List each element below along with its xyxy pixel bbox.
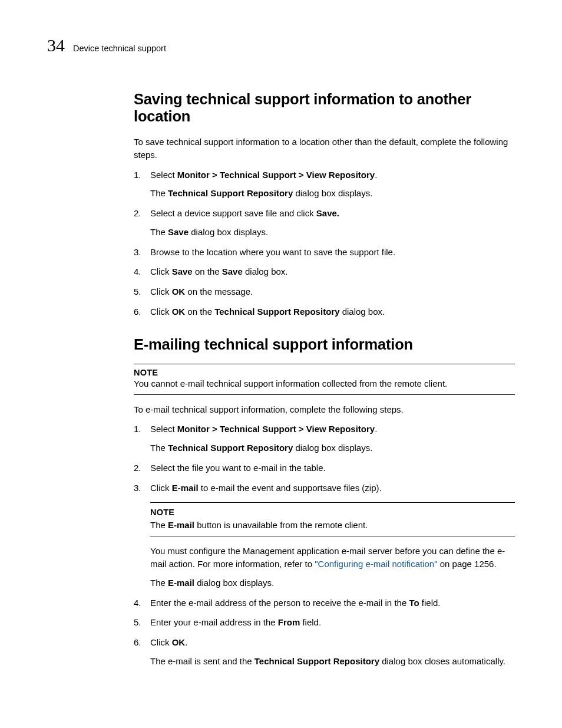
step-text: Select <box>150 424 177 434</box>
list-item: 3. Click E-mail to e-mail the event and … <box>134 482 515 589</box>
list-item: 3. Browse to the location where you want… <box>134 246 515 259</box>
dialog-name: Technical Support Repository <box>168 188 293 198</box>
step-number: 1. <box>134 423 141 436</box>
note-text: The E-mail button is unavailable from th… <box>150 519 515 531</box>
step-number: 6. <box>134 305 141 318</box>
step-text: Click <box>150 637 172 647</box>
step-number: 1. <box>134 169 141 182</box>
list-item: 2. Select the file you want to e-mail in… <box>134 462 515 475</box>
step-text: Click <box>150 483 172 493</box>
step-text: . <box>185 637 187 647</box>
button-name: Save <box>172 266 193 276</box>
intro-paragraph: To e-mail technical support information,… <box>134 403 515 416</box>
sub-text: The <box>150 443 168 453</box>
step-text: Click <box>150 266 172 276</box>
chapter-number: 34 <box>47 35 65 55</box>
sub-text-post: dialog box displays. <box>293 443 372 453</box>
button-name: OK <box>172 307 186 317</box>
section-title-saving: Saving technical support information to … <box>134 91 515 125</box>
step-text: Browse to the location where you want to… <box>150 247 395 257</box>
dialog-name: Save <box>168 227 189 237</box>
step-text: field. <box>419 598 441 608</box>
intro-paragraph: To save technical support information to… <box>134 136 515 162</box>
step-text: on the <box>185 307 214 317</box>
step-text: Select a device support save file and cl… <box>150 208 316 218</box>
list-item: 2. Select a device support save file and… <box>134 207 515 239</box>
list-item: 1. Select Monitor > Technical Support > … <box>134 423 515 454</box>
config-paragraph: You must configure the Management applic… <box>150 545 515 571</box>
step-text: dialog box. <box>243 266 288 276</box>
steps-list-saving: 1. Select Monitor > Technical Support > … <box>134 169 515 318</box>
step-number: 4. <box>134 597 141 610</box>
button-name: E-mail <box>168 520 194 530</box>
sub-text-post: dialog box displays. <box>189 227 268 237</box>
link-config-email[interactable]: "Configuring e-mail notification" <box>315 559 437 569</box>
dialog-name: E-mail <box>168 578 194 588</box>
field-name: From <box>278 617 300 627</box>
step-text: Select the file you want to e-mail in th… <box>150 463 326 473</box>
note-label: NOTE <box>150 506 515 519</box>
running-head: Device technical support <box>73 44 166 53</box>
section-title-emailing: E-mailing technical support information <box>134 336 515 353</box>
menu-path: Monitor > Technical Support > View Repos… <box>177 424 375 434</box>
list-item: 5. Click OK on the message. <box>134 285 515 298</box>
step-text: Click <box>150 286 172 297</box>
button-name: OK <box>172 637 186 647</box>
step-number: 3. <box>134 246 141 259</box>
list-item: 1. Select Monitor > Technical Support > … <box>134 169 515 200</box>
step-number: 6. <box>134 636 141 649</box>
page-header: 34 Device technical support <box>47 35 515 55</box>
dialog-name: Save <box>222 266 243 276</box>
step-number: 5. <box>134 616 141 629</box>
note-text: You cannot e-mail technical support info… <box>134 377 515 390</box>
list-item: 5. Enter your e-mail address in the From… <box>134 616 515 629</box>
sub-text-post: dialog box displays. <box>293 188 372 198</box>
field-name: To <box>409 598 419 608</box>
page-content: Saving technical support information to … <box>134 91 515 668</box>
list-item: 4. Click Save on the Save dialog box. <box>134 265 515 278</box>
step-text: to e-mail the event and supportsave file… <box>199 483 382 493</box>
steps-list-emailing: 1. Select Monitor > Technical Support > … <box>134 423 515 667</box>
step-text: on the message. <box>185 286 253 297</box>
step-text: on the <box>193 266 222 276</box>
note-label: NOTE <box>134 368 515 377</box>
step-text: Enter the e-mail address of the person t… <box>150 598 409 608</box>
list-item: 4. Enter the e-mail address of the perso… <box>134 597 515 610</box>
step-text: Select <box>150 170 177 180</box>
sub-text: The <box>150 227 168 237</box>
sub-text: The <box>150 188 168 198</box>
note-block: NOTE The E-mail button is unavailable fr… <box>150 502 515 536</box>
step-text-post: . <box>375 170 377 180</box>
step-text: field. <box>300 617 321 627</box>
dialog-name: Technical Support Repository <box>168 443 293 453</box>
note-block: NOTE You cannot e-mail technical support… <box>134 364 515 395</box>
menu-path: Monitor > Technical Support > View Repos… <box>177 170 375 180</box>
list-item: 6. Click OK on the Technical Support Rep… <box>134 305 515 318</box>
sub-text: dialog box displays. <box>194 578 274 588</box>
step-number: 2. <box>134 207 141 220</box>
step-text-post: . <box>375 424 377 434</box>
dialog-name: Technical Support Repository <box>214 307 339 317</box>
button-name: E-mail <box>172 483 199 493</box>
list-item: 6. Click OK. The e-mail is sent and the … <box>134 636 515 668</box>
button-name: Save. <box>316 208 339 218</box>
sub-text: The <box>150 578 168 588</box>
button-name: OK <box>172 286 186 297</box>
step-number: 3. <box>134 482 141 495</box>
step-number: 2. <box>134 462 141 475</box>
step-text: Click <box>150 307 172 317</box>
step-text: dialog box. <box>339 307 385 317</box>
step-number: 4. <box>134 265 141 278</box>
sub-text: dialog box closes automatically. <box>379 656 505 666</box>
step-number: 5. <box>134 285 141 298</box>
step-text: Enter your e-mail address in the <box>150 617 278 627</box>
sub-text: The e-mail is sent and the <box>150 656 254 666</box>
dialog-name: Technical Support Repository <box>254 656 379 666</box>
